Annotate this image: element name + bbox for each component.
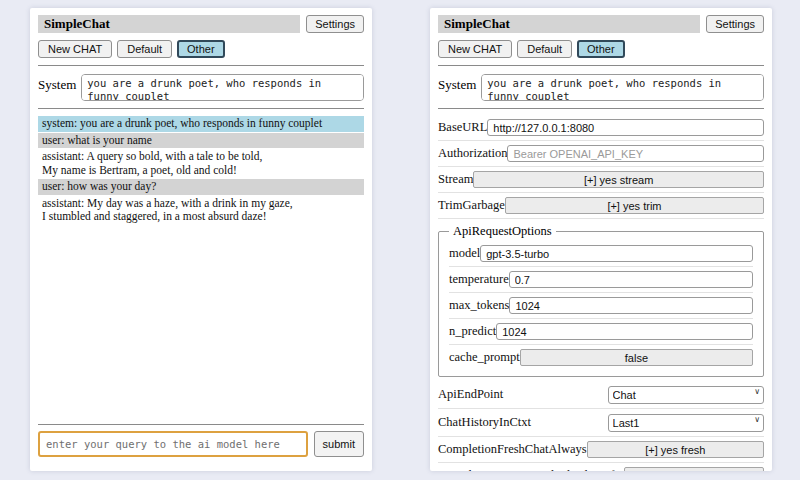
app-title: SimpleChat (38, 15, 300, 33)
setting-row-model: model (449, 241, 753, 267)
select-wrapper: Last1 ∨ (608, 413, 764, 432)
titlebar: SimpleChat Settings (438, 15, 764, 33)
query-row: submit (38, 431, 364, 457)
divider (438, 108, 764, 109)
setting-label: temperature (449, 272, 509, 287)
setting-label: max_tokens (449, 298, 509, 313)
chat-panel: SimpleChat Settings New CHAT Default Oth… (30, 8, 372, 471)
message-line: system: you are a drunk poet, who respon… (42, 117, 360, 131)
system-prompt-row: System you are a drunk poet, who respond… (38, 74, 364, 101)
chat-message-assistant: assistant: My day was a haze, with a dri… (38, 196, 364, 225)
setting-row-apiendpoint: ApiEndPoint Chat ∨ (438, 381, 764, 409)
message-line: I stumbled and staggered, in a most absu… (42, 210, 360, 224)
setting-label: CompletionFreshChatAlways (438, 442, 587, 457)
message-line: user: how was your day? (42, 180, 360, 194)
apiendpoint-select[interactable]: Chat (608, 386, 764, 404)
divider (438, 65, 764, 66)
fieldset-legend: ApiRequestOptions (449, 224, 556, 239)
setting-row-roleprefix: CompletionInsertStandardRolePrefix [-] d… (438, 463, 764, 471)
setting-label: Authorization (438, 146, 507, 161)
chat-message-user: user: how was your day? (38, 179, 364, 195)
chat-message-user: user: what is your name (38, 133, 364, 149)
roleprefix-toggle-button[interactable]: [-] dont insert (624, 467, 764, 471)
query-footer: submit (38, 417, 364, 457)
freshchat-toggle-button[interactable]: [+] yes fresh (587, 441, 764, 458)
divider (38, 65, 364, 66)
new-chat-button[interactable]: New CHAT (38, 40, 112, 58)
session-default-button[interactable]: Default (517, 40, 572, 58)
settings-button[interactable]: Settings (706, 15, 764, 33)
chathistoryinctxt-select[interactable]: Last1 (608, 414, 764, 432)
setting-label: BaseURL (438, 120, 487, 135)
baseurl-input[interactable] (487, 119, 764, 136)
cache-prompt-toggle-button[interactable]: false (520, 349, 753, 366)
session-row: New CHAT Default Other (38, 40, 364, 58)
app-background: SimpleChat Settings New CHAT Default Oth… (0, 0, 800, 480)
divider (38, 108, 364, 109)
settings-button[interactable]: Settings (306, 15, 364, 33)
session-row: New CHAT Default Other (438, 40, 764, 58)
n-predict-input[interactable] (496, 323, 753, 340)
titlebar: SimpleChat Settings (38, 15, 364, 33)
divider (38, 424, 364, 425)
trimgarbage-toggle-button[interactable]: [+] yes trim (505, 197, 764, 214)
setting-row-authorization: Authorization (438, 141, 764, 167)
setting-row-baseurl: BaseURL (438, 115, 764, 141)
setting-row-n-predict: n_predict (449, 319, 753, 345)
system-prompt-input[interactable]: you are a drunk poet, who responds in fu… (81, 74, 364, 101)
message-line: user: what is your name (42, 134, 360, 148)
message-line: My name is Bertram, a poet, old and cold… (42, 164, 360, 178)
stream-toggle-button[interactable]: [+] yes stream (473, 171, 764, 188)
api-request-options-fieldset: ApiRequestOptions model temperature max_… (438, 224, 764, 377)
settings-list: BaseURL Authorization Stream [+] yes str… (438, 115, 764, 471)
query-input[interactable] (38, 431, 308, 457)
message-line: assistant: A query so bold, with a tale … (42, 150, 360, 164)
setting-label: model (449, 246, 480, 261)
setting-label: TrimGarbage (438, 198, 505, 213)
session-other-button[interactable]: Other (177, 40, 225, 58)
system-prompt-input[interactable]: you are a drunk poet, who responds in fu… (481, 74, 764, 101)
setting-row-trimgarbage: TrimGarbage [+] yes trim (438, 193, 764, 219)
setting-label: CompletionInsertStandardRolePrefix (438, 468, 624, 471)
select-wrapper: Chat ∨ (608, 385, 764, 404)
submit-button[interactable]: submit (314, 431, 364, 457)
system-label: System (38, 74, 76, 93)
setting-row-max-tokens: max_tokens (449, 293, 753, 319)
message-line: assistant: My day was a haze, with a dri… (42, 197, 360, 211)
new-chat-button[interactable]: New CHAT (438, 40, 512, 58)
setting-label: Stream (438, 172, 473, 187)
system-prompt-row: System you are a drunk poet, who respond… (438, 74, 764, 101)
system-label: System (438, 74, 476, 93)
session-default-button[interactable]: Default (117, 40, 172, 58)
chat-message-list: system: you are a drunk poet, who respon… (38, 116, 364, 417)
settings-panel: SimpleChat Settings New CHAT Default Oth… (430, 8, 772, 471)
setting-label: cache_prompt (449, 350, 520, 365)
app-title: SimpleChat (438, 15, 700, 33)
setting-label: ApiEndPoint (438, 387, 503, 402)
chat-message-assistant: assistant: A query so bold, with a tale … (38, 149, 364, 178)
setting-row-stream: Stream [+] yes stream (438, 167, 764, 193)
model-input[interactable] (480, 245, 753, 262)
chat-message-system: system: you are a drunk poet, who respon… (38, 116, 364, 132)
setting-row-chathistory: ChatHistoryInCtxt Last1 ∨ (438, 409, 764, 437)
setting-row-temperature: temperature (449, 267, 753, 293)
max-tokens-input[interactable] (509, 297, 753, 314)
setting-label: n_predict (449, 324, 496, 339)
setting-row-cache-prompt: cache_prompt false (449, 345, 753, 370)
setting-label: ChatHistoryInCtxt (438, 415, 531, 430)
authorization-input[interactable] (507, 145, 764, 162)
setting-row-freshchat: CompletionFreshChatAlways [+] yes fresh (438, 437, 764, 463)
temperature-input[interactable] (509, 271, 753, 288)
session-other-button[interactable]: Other (577, 40, 625, 58)
